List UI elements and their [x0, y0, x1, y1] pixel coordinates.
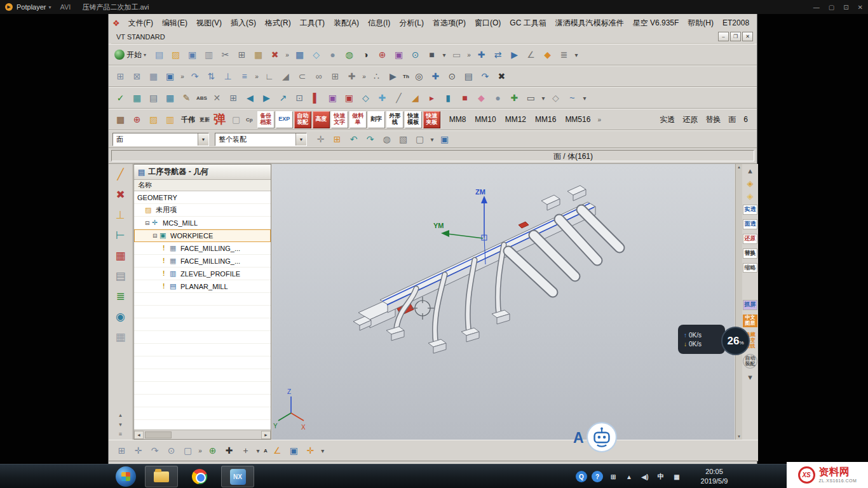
menu-item[interactable]: GC 工具箱 — [505, 17, 550, 30]
assembly-cube-icon[interactable]: ▣ — [437, 132, 452, 147]
start-orb-button[interactable] — [116, 466, 136, 487]
menu-item[interactable]: ET2008 — [718, 17, 754, 29]
menu-item[interactable]: 首选项(P) — [428, 17, 470, 30]
scroll-up-icon[interactable]: ▲ — [737, 165, 741, 169]
refresh-icon[interactable]: ↷ — [477, 69, 493, 85]
spline-icon[interactable]: ~ — [564, 90, 580, 106]
rotate-object-icon[interactable]: ↷ — [187, 69, 203, 85]
player-close-button[interactable]: ✕ — [858, 4, 863, 11]
csys-tool-icon[interactable]: ⊢ — [116, 230, 125, 241]
sphere-icon[interactable]: ● — [490, 90, 506, 106]
screen-layout-icon[interactable]: ▦ — [292, 47, 308, 63]
tihuan-top-button[interactable]: 替换 — [702, 114, 724, 125]
auto-assembly-button[interactable]: 自动装配 — [294, 111, 311, 128]
swap-icon[interactable]: ⇄ — [490, 47, 506, 63]
stack-icon[interactable]: ▤ — [146, 90, 161, 106]
delete-icon[interactable]: ✖ — [267, 47, 283, 63]
back-arrow-icon[interactable]: ◀ — [242, 90, 258, 106]
taskbar-nx-button[interactable]: NX — [221, 466, 254, 487]
red-grid-icon[interactable]: ▦ — [115, 250, 125, 261]
type-filter-combobox[interactable]: 面 ▼ — [112, 133, 209, 146]
dropdown-caret-icon[interactable]: ▾ — [428, 132, 436, 147]
selection-filter-icon[interactable]: ✛ — [313, 132, 329, 147]
solid-transparent-button[interactable]: 实透 — [743, 205, 757, 215]
angle-icon[interactable]: ∠ — [523, 47, 539, 63]
point-icon[interactable]: ∴ — [369, 69, 384, 85]
standard-part-icon[interactable]: ◈ — [747, 179, 754, 187]
search-icon[interactable]: ⊙ — [444, 69, 460, 85]
update-button[interactable]: 更新 — [198, 112, 211, 128]
hex-icon[interactable]: ◇ — [548, 90, 564, 106]
window-select-icon[interactable]: ▢ — [412, 132, 428, 147]
translate-object-icon[interactable]: ⇅ — [203, 69, 219, 85]
examine-geometry-icon[interactable]: ✓ — [112, 90, 128, 106]
overflow-chevron-icon[interactable]: » — [465, 47, 473, 63]
vector-icon[interactable]: ▶ — [385, 69, 401, 85]
panel-grid-icon[interactable]: ▦ — [115, 332, 125, 342]
distribute-icon[interactable]: ≡ — [236, 69, 252, 85]
face-transparent-button[interactable]: 面透 — [743, 219, 757, 229]
trim-body-icon[interactable]: ⊂ — [294, 69, 310, 85]
overflow-chevron-icon[interactable]: » — [196, 443, 204, 459]
height-button[interactable]: 高度 — [313, 111, 330, 128]
tree-item[interactable]: ! ▦ FACE_MILLING_... — [134, 255, 271, 268]
ime-icon[interactable]: 中 — [655, 471, 667, 482]
snowflake-icon[interactable]: ✚ — [374, 90, 390, 106]
scope-combobox[interactable]: 整个装配 ▼ — [215, 133, 307, 146]
help-tray-icon[interactable]: ? — [592, 471, 603, 482]
mold-split-icon[interactable]: ✖ — [116, 189, 125, 200]
taskbar-clock[interactable]: 20:05 2019/5/9 — [691, 467, 737, 486]
strip-scroll-down-icon[interactable]: ▾ — [119, 422, 122, 428]
tree-item[interactable]: ▨ 未用项 — [134, 204, 271, 217]
tree-item[interactable]: ⊟ ▣ WORKPIECE — [134, 229, 271, 242]
player-maximize-button[interactable]: ▢ — [829, 4, 834, 11]
grid-icon[interactable]: ⊞ — [226, 90, 241, 106]
panel-scroll-up-icon[interactable]: ▴ — [748, 166, 752, 175]
column-icon[interactable]: ▌ — [308, 90, 324, 106]
player-minimize-button[interactable]: — — [813, 4, 820, 11]
nx-close-button[interactable]: ✕ — [742, 32, 753, 41]
keyboard-icon[interactable]: ▦ — [671, 471, 682, 482]
draft-angle-icon[interactable]: ╱ — [391, 90, 407, 106]
point-constructor-icon[interactable]: + — [238, 443, 254, 459]
nx-restore-button[interactable]: ❐ — [730, 32, 741, 41]
align-icon[interactable]: ⊥ — [220, 69, 236, 85]
undo-icon[interactable]: ↶ — [346, 132, 362, 147]
tree-item[interactable]: GEOMETRY — [134, 191, 271, 204]
section-view-icon[interactable]: ◑ — [358, 47, 374, 63]
qianwei-button[interactable]: 千伟 — [179, 112, 198, 128]
note-icon[interactable]: ✎ — [179, 90, 194, 106]
orange-csys-icon[interactable]: ✛ — [302, 443, 318, 459]
sheet-icon[interactable]: ▦ — [129, 90, 145, 106]
robot-icon[interactable] — [586, 421, 618, 455]
dropdown-caret-icon[interactable]: ▾ — [539, 90, 547, 106]
mm-size-button[interactable]: MM10 — [470, 115, 500, 124]
menu-item[interactable]: 分析(L) — [395, 17, 428, 30]
forward-arrow-icon[interactable]: ▶ — [259, 90, 275, 106]
scrollbar-thumb[interactable] — [145, 431, 172, 438]
plus-tool-icon[interactable]: ✚ — [221, 443, 237, 459]
render-style-icon[interactable]: ▣ — [391, 47, 407, 63]
navigator-column-header[interactable]: 名称 — [134, 180, 271, 191]
mian-top-button[interactable]: 面 — [724, 114, 740, 125]
menu-item[interactable]: 插入(S) — [226, 17, 261, 30]
cancel-icon[interactable]: ✖ — [494, 69, 510, 85]
hot-runner-icon[interactable]: ⊕ — [129, 112, 145, 128]
snap-toggle-icon[interactable]: ⊞ — [114, 443, 130, 459]
expand-toggle-icon[interactable]: ⊟ — [145, 220, 152, 226]
backup-files-button[interactable]: 备份档案 — [257, 111, 275, 128]
mm-size-button[interactable]: MM8 — [445, 115, 471, 124]
dropdown-caret-icon[interactable]: ▾ — [319, 443, 327, 459]
tree-item[interactable]: ! ▥ ZLEVEL_PROFILE — [134, 268, 271, 280]
huanyuan-top-button[interactable]: 还原 — [679, 114, 702, 125]
fit-view-icon[interactable]: ▢ — [180, 443, 196, 459]
menu-item[interactable]: 星空 V6.935F — [628, 17, 684, 30]
background-color-icon[interactable]: ■ — [424, 47, 440, 63]
menu-item[interactable]: 工具(T) — [295, 17, 329, 30]
shaded-view-icon[interactable]: ● — [325, 47, 341, 63]
flag-icon[interactable]: ▸ — [424, 90, 440, 106]
pan-view-icon[interactable]: ✛ — [130, 443, 146, 459]
screen-capture-button[interactable]: 抓屏 — [743, 300, 757, 310]
measure-icon[interactable]: ◆ — [539, 47, 555, 63]
player-pin-button[interactable]: ⊡ — [843, 4, 848, 11]
